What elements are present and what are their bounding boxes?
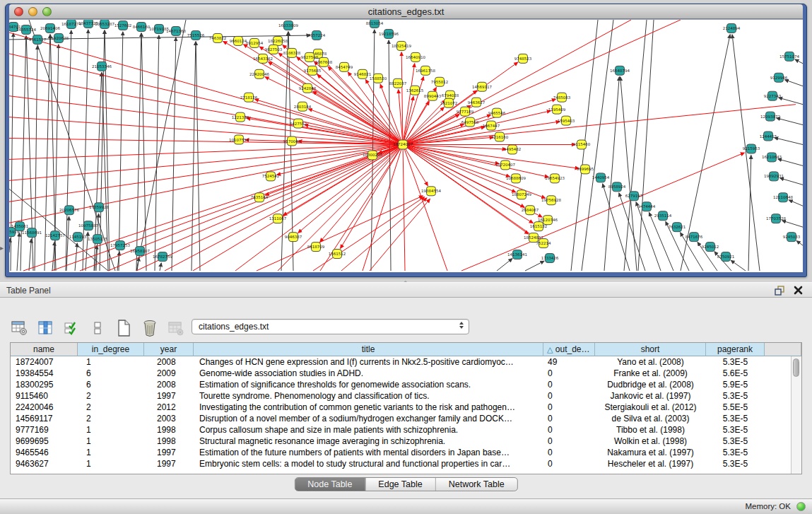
- table-body[interactable]: 1872400712008Changes of HCN gene express…: [11, 356, 791, 474]
- table-row[interactable]: 2242004622012Investigating the contribut…: [11, 402, 791, 413]
- graph-node[interactable]: 16961758: [416, 66, 435, 75]
- delete-column-icon[interactable]: [141, 319, 159, 337]
- graph-node[interactable]: 7485083: [553, 93, 571, 102]
- graph-node[interactable]: 9465546: [488, 108, 506, 117]
- scrollbar-thumb[interactable]: [793, 358, 799, 377]
- graph-node[interactable]: 9245033: [783, 233, 801, 242]
- graph-node[interactable]: 8427552: [290, 119, 307, 128]
- graph-node[interactable]: 14136141: [507, 250, 527, 259]
- graph-node[interactable]: 19384554: [421, 187, 441, 196]
- graph-node[interactable]: 1067447: [483, 121, 500, 130]
- graph-node[interactable]: 15751074: [779, 52, 799, 61]
- graph-node[interactable]: 1495482: [504, 145, 521, 154]
- graph-node[interactable]: 8912954: [246, 38, 264, 47]
- table-row[interactable]: 946554611997Estimation of the future num…: [11, 447, 791, 458]
- graph-node[interactable]: 1527602: [114, 21, 131, 30]
- table-row[interactable]: 977716911998Corpus callosum shape and si…: [11, 424, 791, 436]
- table-mode-icon[interactable]: [10, 319, 28, 337]
- graph-node[interactable]: 1244415: [760, 132, 777, 141]
- graph-node[interactable]: 7515526: [187, 30, 205, 40]
- graph-node[interactable]: 16543362: [253, 54, 273, 63]
- graph-node[interactable]: 1588520: [370, 74, 387, 83]
- graph-node[interactable]: 21053346: [92, 62, 112, 71]
- graph-node[interactable]: 9046387: [285, 233, 302, 242]
- graph-node[interactable]: 9361517: [29, 35, 47, 44]
- graph-node[interactable]: 11920628: [49, 33, 69, 42]
- graph-node[interactable]: 7857224: [308, 30, 326, 40]
- table-row[interactable]: 1872400712008Changes of HCN gene express…: [11, 356, 791, 368]
- graph-node[interactable]: 2718126: [240, 93, 258, 102]
- graph-node[interactable]: 1195409: [548, 105, 566, 114]
- node-table[interactable]: namein_degreeyeartitle△ out_de…shortpage…: [10, 342, 802, 474]
- table-header-row[interactable]: namein_degreeyeartitle△ out_de…shortpage…: [11, 343, 801, 356]
- tab-network-table[interactable]: Network Table: [436, 478, 517, 491]
- graph-node[interactable]: 9170043: [283, 136, 301, 146]
- column-header-year[interactable]: year: [144, 343, 194, 356]
- graph-node[interactable]: 14569117: [472, 82, 492, 91]
- table-row[interactable]: 911546021997Tourette syndrome. Phenomeno…: [11, 390, 791, 402]
- graph-node[interactable]: 16648794: [610, 66, 630, 75]
- graph-node[interactable]: 8454749: [336, 62, 353, 71]
- graph-node[interactable]: 9699695: [577, 165, 594, 174]
- graph-node[interactable]: 15720407: [495, 160, 515, 170]
- graph-node[interactable]: 16210643: [762, 153, 782, 162]
- graph-node[interactable]: 1311067: [269, 214, 287, 223]
- graph-node[interactable]: 10107554: [229, 135, 249, 144]
- graph-node[interactable]: 8186328: [283, 48, 301, 57]
- table-select-dropdown[interactable]: citations_edges.txt: [192, 319, 469, 334]
- graph-node[interactable]: 6497568: [461, 117, 479, 127]
- graph-node[interactable]: 1221338: [232, 112, 249, 122]
- graph-node[interactable]: 1595403: [558, 116, 575, 125]
- graph-node[interactable]: 9474444: [638, 202, 656, 211]
- memory-ok-indicator-icon[interactable]: [796, 502, 806, 511]
- graph-node[interactable]: 9115460: [573, 140, 591, 149]
- graph-node[interactable]: 16033809: [278, 21, 298, 30]
- new-column-icon[interactable]: [114, 319, 133, 337]
- tab-edge-table[interactable]: Edge Table: [365, 478, 435, 491]
- graph-node[interactable]: 2803144: [294, 102, 312, 111]
- graph-node[interactable]: 9242848: [299, 83, 317, 93]
- graph-node[interactable]: 1440954: [592, 173, 610, 182]
- graph-node[interactable]: 8813054: [366, 20, 384, 28]
- graph-node[interactable]: 17703528: [766, 214, 786, 223]
- graph-node[interactable]: 18226058: [268, 36, 288, 45]
- graph-node[interactable]: 1362615: [406, 86, 424, 95]
- column-header-title[interactable]: title: [194, 343, 543, 356]
- graph-node[interactable]: 20691406: [40, 23, 60, 33]
- graph-node[interactable]: 8618709: [307, 243, 325, 252]
- graph-node[interactable]: 19218596: [379, 29, 399, 38]
- graph-node[interactable]: 12142757: [45, 231, 65, 240]
- graph-node[interactable]: 7524542: [262, 172, 279, 181]
- graph-node[interactable]: 9146821: [354, 69, 371, 78]
- graph-node[interactable]: 3216160: [491, 132, 509, 141]
- graph-node[interactable]: 13505135: [88, 235, 107, 244]
- graph-node[interactable]: 9227343: [764, 91, 782, 100]
- graph-node[interactable]: 8822037: [389, 78, 407, 88]
- graph-node[interactable]: 12093872: [760, 112, 780, 121]
- graph-node[interactable]: 2124894: [723, 23, 741, 33]
- graph-node[interactable]: 9129946: [770, 73, 788, 82]
- graph-node[interactable]: 7632621: [669, 223, 686, 232]
- show-columns-icon[interactable]: [36, 319, 54, 337]
- graph-node[interactable]: 19892931: [764, 172, 784, 181]
- graph-node[interactable]: 10688609: [506, 174, 526, 183]
- graph-node[interactable]: 9748523: [514, 54, 532, 63]
- graph-node[interactable]: 7955812: [431, 77, 448, 86]
- table-vertical-scrollbar[interactable]: [791, 356, 801, 474]
- network-canvas[interactable]: 1872400718847012143557242069140616187274…: [9, 19, 803, 272]
- float-panel-icon[interactable]: [774, 285, 785, 296]
- clear-selection-icon[interactable]: [88, 319, 107, 337]
- tab-node-table[interactable]: Node Table: [295, 478, 365, 491]
- table-row[interactable]: 1938455462009Genome-wide association stu…: [11, 368, 791, 379]
- panel-collapse-arrow-icon[interactable]: ▸: [0, 244, 4, 252]
- graph-node[interactable]: 19756928: [541, 196, 561, 205]
- graph-node[interactable]: 8990443: [424, 91, 442, 100]
- table-row[interactable]: 969969511998Structural magnetic resonanc…: [11, 436, 791, 447]
- graph-node[interactable]: 9827503: [265, 45, 283, 54]
- graph-node[interactable]: 18325419: [392, 41, 411, 50]
- graph-node[interactable]: 9660124: [230, 36, 247, 45]
- graph-node[interactable]: 8466160: [133, 22, 151, 31]
- graph-node[interactable]: 16782759: [153, 252, 172, 262]
- table-row[interactable]: 946362711997Embryonic stem cells: a mode…: [11, 458, 791, 469]
- graph-node[interactable]: 19654923: [545, 174, 565, 183]
